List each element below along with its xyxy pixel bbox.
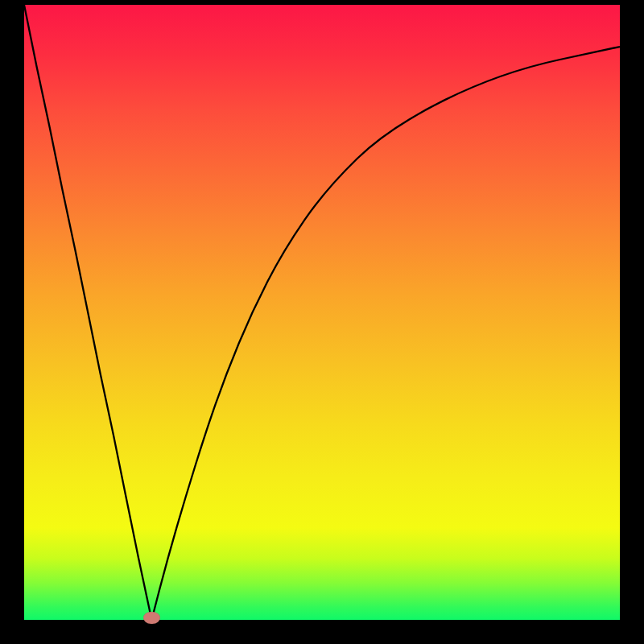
chart-plot-area — [24, 5, 620, 620]
bottleneck-curve — [24, 5, 620, 620]
vertex-marker — [143, 612, 160, 624]
bottleneck-curve-path — [24, 5, 620, 620]
